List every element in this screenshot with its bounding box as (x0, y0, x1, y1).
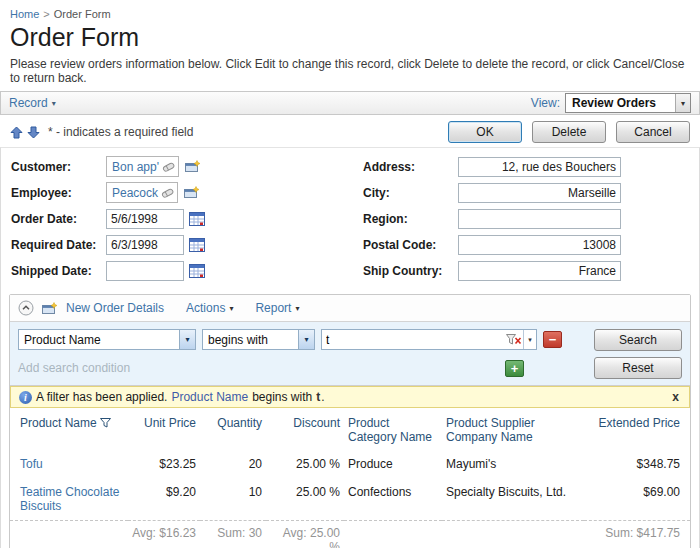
report-menu[interactable]: Report ▾ (255, 301, 299, 315)
ship-country-input[interactable] (458, 261, 621, 281)
chevron-down-icon: ▾ (295, 304, 299, 313)
category-cell: Confections (344, 478, 442, 521)
ok-button[interactable]: OK (448, 121, 522, 143)
customer-lookup[interactable]: Bon app' (106, 156, 179, 177)
actions-menu-label: Actions (186, 301, 225, 315)
reset-button[interactable]: Reset (594, 357, 682, 379)
discount-cell: 25.00 % (266, 450, 344, 478)
ship-country-label: Ship Country: (363, 264, 458, 278)
new-employee-icon[interactable] (184, 186, 200, 199)
info-icon: i (19, 391, 32, 404)
required-date-input[interactable] (106, 235, 184, 255)
page-instructions: Please review orders information below. … (0, 57, 700, 91)
delete-button[interactable]: Delete (532, 121, 606, 143)
address-input[interactable] (458, 157, 621, 177)
table-row: Teatime Chocolate Biscuits $9.20 10 25.0… (10, 478, 690, 521)
postal-code-input[interactable] (458, 235, 621, 255)
record-toolbar: Record ▾ View: Review Orders ▾ (0, 91, 700, 115)
order-date-input[interactable] (106, 209, 184, 229)
column-header-extended-price[interactable]: Extended Price (584, 408, 690, 450)
product-link[interactable]: Teatime Chocolate Biscuits (20, 485, 119, 513)
collapse-button[interactable] (18, 300, 34, 316)
calendar-icon[interactable] (189, 212, 205, 226)
calendar-icon[interactable] (189, 264, 205, 278)
actions-menu[interactable]: Actions ▾ (186, 301, 233, 315)
filter-notice-value: t (316, 390, 320, 404)
filter-notice-prefix: A filter has been applied. (36, 390, 167, 404)
order-date-label: Order Date: (11, 212, 106, 226)
top-action-bar: * - indicates a required field OK Delete… (0, 115, 700, 147)
add-search-condition[interactable]: Add search condition (18, 361, 499, 375)
add-condition-button[interactable]: + (505, 360, 524, 377)
chevron-down-icon: ▾ (52, 99, 56, 108)
eraser-icon[interactable] (162, 161, 175, 172)
order-form-page: Home>Order Form Order Form Please review… (0, 0, 700, 548)
record-menu[interactable]: Record ▾ (9, 96, 56, 110)
new-order-details-link[interactable]: New Order Details (66, 301, 164, 315)
address-label: Address: (363, 160, 458, 174)
required-date-label: Required Date: (11, 238, 106, 252)
breadcrumb-separator: > (43, 8, 49, 20)
extended-price-cell: $348.75 (584, 450, 690, 478)
filter-funnel-icon[interactable] (100, 418, 111, 428)
calendar-icon[interactable] (189, 238, 205, 252)
eraser-icon[interactable] (161, 187, 174, 198)
close-icon[interactable]: x (670, 390, 681, 404)
filter-notice: i A filter has been applied. Product Nam… (10, 386, 690, 408)
unit-price-cell: $9.20 (128, 478, 200, 521)
region-input[interactable] (458, 209, 621, 229)
search-field-value: Product Name (19, 333, 106, 347)
employee-link[interactable]: Peacock (112, 186, 158, 200)
customer-link[interactable]: Bon app' (112, 160, 159, 174)
new-customer-icon[interactable] (185, 160, 201, 173)
column-header-unit-price[interactable]: Unit Price (128, 408, 200, 450)
down-arrow-icon[interactable] (27, 126, 40, 139)
search-field-select[interactable]: Product Name ▾ (18, 329, 196, 350)
postal-code-label: Postal Code: (363, 238, 458, 252)
city-input[interactable] (458, 183, 621, 203)
search-value-input[interactable] (322, 331, 506, 348)
filter-notice-field-link[interactable]: Product Name (171, 390, 248, 404)
chevron-down-icon: ▾ (675, 94, 690, 112)
chevron-down-icon[interactable]: ▾ (523, 330, 536, 349)
aggregate-row: Avg: $16.23 Sum: 30 Avg: 25.00 % Sum: $4… (10, 521, 690, 548)
shipped-date-input[interactable] (106, 261, 184, 281)
view-label: View: (531, 96, 560, 110)
new-order-details-icon[interactable] (42, 302, 58, 315)
aggregate-extended-price: Sum: $417.75 (584, 521, 690, 548)
view-select-value: Review Orders (566, 96, 662, 110)
column-header-discount[interactable]: Discount (266, 408, 344, 450)
page-title: Order Form (0, 22, 700, 57)
quantity-cell: 10 (200, 478, 266, 521)
view-select[interactable]: Review Orders ▾ (565, 93, 691, 113)
region-label: Region: (363, 212, 458, 226)
filter-notice-operator: begins with (252, 390, 312, 404)
shipped-date-label: Shipped Date: (11, 264, 106, 278)
search-operator-select[interactable]: begins with ▾ (202, 329, 315, 350)
order-details-panel: New Order Details Actions ▾ Report ▾ (9, 294, 691, 548)
aggregate-unit-price: Avg: $16.23 (128, 521, 200, 548)
breadcrumb-current: Order Form (54, 8, 111, 20)
column-header-product-name[interactable]: Product Name (10, 408, 128, 450)
search-button[interactable]: Search (594, 329, 682, 351)
breadcrumb-home-link[interactable]: Home (10, 8, 39, 20)
employee-label: Employee: (11, 186, 106, 200)
remove-condition-button[interactable]: − (543, 331, 562, 348)
city-label: City: (363, 186, 458, 200)
chevron-down-icon: ▾ (298, 330, 314, 349)
employee-lookup[interactable]: Peacock (106, 182, 178, 203)
cancel-button[interactable]: Cancel (616, 121, 690, 143)
search-area: Product Name ▾ begins with ▾ ▾ − (10, 321, 690, 386)
quantity-cell: 20 (200, 450, 266, 478)
product-link[interactable]: Tofu (20, 457, 43, 471)
clear-filter-icon[interactable] (506, 334, 523, 346)
aggregate-quantity: Sum: 30 (200, 521, 266, 548)
column-header-supplier[interactable]: Product Supplier Company Name (442, 408, 584, 450)
chevron-down-icon: ▾ (229, 304, 233, 313)
up-arrow-icon[interactable] (10, 126, 23, 139)
column-header-quantity[interactable]: Quantity (200, 408, 266, 450)
column-header-category[interactable]: Product Category Name (344, 408, 442, 450)
table-header-row: Product Name Unit Price Quantity Discoun… (10, 408, 690, 450)
supplier-cell: Mayumi's (442, 450, 584, 478)
extended-price-cell: $69.00 (584, 478, 690, 521)
